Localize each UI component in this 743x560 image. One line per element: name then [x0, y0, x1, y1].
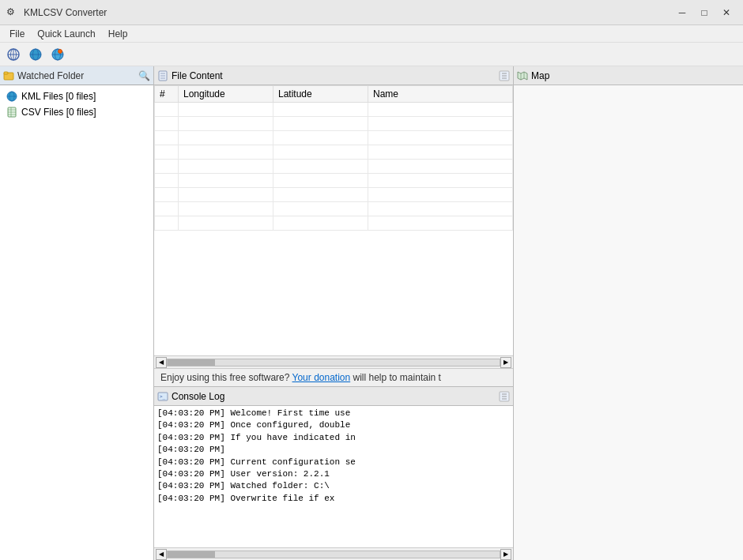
- file-content-panel: File Content #: [154, 66, 513, 386]
- watched-folder-header: Watched Folder 🔍: [0, 66, 153, 85]
- col-latitude: Latitude: [273, 86, 368, 103]
- file-content-hscroll[interactable]: ◀ ▶: [154, 355, 513, 368]
- table-row: [155, 145, 513, 160]
- menu-bar: File Quick Launch Help: [0, 25, 743, 43]
- file-content-table-container[interactable]: # Longitude Latitude Name: [154, 85, 513, 355]
- svg-text:>_: >_: [160, 393, 166, 400]
- console-line: [04:03:20 PM] Overwrite file if ex: [157, 493, 510, 505]
- maximize-button[interactable]: □: [694, 5, 715, 21]
- kml-files-item[interactable]: KML Files [0 files]: [0, 88, 153, 104]
- map-content: [514, 85, 743, 560]
- main-layout: Watched Folder 🔍 KML Files [0 files]: [0, 66, 743, 560]
- table-row: [155, 202, 513, 216]
- globe-link-icon: [6, 47, 21, 62]
- folder-icon: [3, 70, 14, 81]
- top-row: File Content #: [154, 66, 743, 560]
- globe-link-button[interactable]: [3, 45, 24, 64]
- donation-bar: Enjoy using this free software? Your don…: [154, 368, 513, 386]
- console-title: Console Log: [172, 391, 496, 402]
- app-title: KMLCSV Converter: [24, 7, 107, 18]
- hscroll-track[interactable]: [167, 359, 500, 366]
- table-row: [155, 160, 513, 174]
- file-content-title: File Content: [172, 70, 496, 81]
- watched-folder-title: Watched Folder: [17, 70, 135, 81]
- globe-icon: [28, 47, 43, 62]
- hscroll-left-btn[interactable]: ◀: [156, 357, 167, 368]
- csv-icon: [6, 107, 17, 118]
- file-content-icon: [157, 70, 168, 81]
- console-line: [04:03:20 PM] User version: 2.2.1: [157, 468, 510, 480]
- csv-files-label: CSV Files [0 files]: [21, 107, 96, 118]
- left-panel: Watched Folder 🔍 KML Files [0 files]: [0, 66, 154, 560]
- map-header: Map: [514, 66, 743, 85]
- title-bar: ⚙ KMLCSV Converter ─ □ ✕: [0, 0, 743, 25]
- hscroll-thumb[interactable]: [168, 359, 215, 366]
- map-icon: [517, 70, 528, 81]
- console-content[interactable]: [04:03:20 PM] Welcome! First time use[04…: [154, 406, 513, 547]
- map-title: Map: [531, 70, 740, 81]
- globe2-icon: [51, 47, 65, 62]
- console-header: >_ Console Log: [154, 387, 513, 406]
- table-row: [155, 117, 513, 131]
- svg-marker-35: [518, 72, 527, 80]
- close-button[interactable]: ✕: [716, 5, 737, 21]
- console-hscroll-track[interactable]: [167, 551, 500, 558]
- table-row: [155, 174, 513, 188]
- kml-icon: [6, 91, 17, 102]
- col-longitude: Longitude: [179, 86, 273, 103]
- console-line: [04:03:20 PM] Watched folder: C:\: [157, 480, 510, 492]
- console-action-icon[interactable]: [499, 391, 510, 402]
- console-hscroll[interactable]: ◀ ▶: [154, 547, 513, 560]
- window-controls: ─ □ ✕: [672, 5, 737, 21]
- file-content-action-icon[interactable]: [499, 70, 510, 81]
- table-row: [155, 188, 513, 202]
- table-row: [155, 216, 513, 231]
- title-bar-left: ⚙ KMLCSV Converter: [6, 6, 107, 19]
- file-content-table: # Longitude Latitude Name: [154, 85, 513, 231]
- globe-button[interactable]: [25, 45, 46, 64]
- right-area: File Content #: [154, 66, 743, 560]
- table-row: [155, 103, 513, 117]
- search-icon[interactable]: 🔍: [138, 70, 150, 81]
- menu-file[interactable]: File: [3, 27, 31, 41]
- console-hscroll-left-btn[interactable]: ◀: [156, 549, 167, 560]
- map-panel: Map: [514, 66, 743, 560]
- kml-files-label: KML Files [0 files]: [21, 91, 96, 102]
- csv-files-item[interactable]: CSV Files [0 files]: [0, 104, 153, 120]
- console-hscroll-right-btn[interactable]: ▶: [500, 549, 511, 560]
- col-name: Name: [368, 86, 513, 103]
- app-icon: ⚙: [6, 6, 19, 19]
- console-line: [04:03:20 PM] If you have indicated in: [157, 432, 510, 444]
- globe2-button[interactable]: [47, 45, 68, 64]
- hscroll-right-btn[interactable]: ▶: [500, 357, 511, 368]
- col-number: #: [155, 86, 179, 103]
- donation-link[interactable]: Your donation: [292, 372, 351, 383]
- toolbar: [0, 43, 743, 66]
- console-line: [04:03:20 PM] Welcome! First time use: [157, 408, 510, 419]
- console-line: [04:03:20 PM] Current configuration se: [157, 457, 510, 468]
- console-icon: >_: [157, 391, 168, 402]
- menu-help[interactable]: Help: [102, 27, 134, 41]
- file-content-header: File Content: [154, 66, 513, 85]
- menu-quick-launch[interactable]: Quick Launch: [31, 27, 101, 41]
- svg-point-10: [58, 49, 62, 53]
- donation-suffix: will help to maintain t: [350, 372, 441, 383]
- donation-prefix: Enjoy using this free software?: [160, 372, 292, 383]
- tree-content: KML Files [0 files] CSV Files [0 files]: [0, 85, 153, 560]
- console-line: [04:03:20 PM] Once configured, double: [157, 419, 510, 431]
- console-panel: >_ Console Log [04:03:20 PM] Welcome! Fi…: [154, 386, 513, 560]
- svg-rect-12: [4, 72, 8, 74]
- center-area: File Content #: [154, 66, 514, 560]
- table-row: [155, 131, 513, 145]
- minimize-button[interactable]: ─: [672, 5, 692, 21]
- console-hscroll-thumb[interactable]: [168, 551, 215, 558]
- console-line: [04:03:20 PM]: [157, 444, 510, 456]
